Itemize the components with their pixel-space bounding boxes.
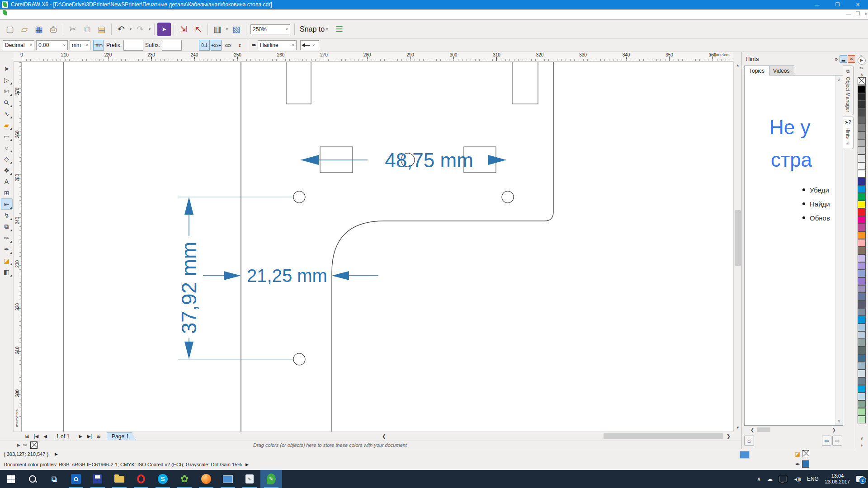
scroll-up-icon[interactable]: ▲ (734, 62, 742, 69)
color-swatch[interactable] (858, 277, 866, 285)
welcome-screen-button[interactable]: ▧ (230, 23, 243, 36)
new-document-button[interactable]: ▢ (3, 23, 17, 36)
volume-icon[interactable]: ◄))) (793, 477, 801, 482)
color-swatch[interactable] (858, 354, 866, 362)
coreldraw[interactable]: ✎ (260, 470, 282, 488)
doc-restore-button[interactable]: ❐ (856, 11, 860, 17)
outline-width-combo[interactable]: Hairline˅ (258, 40, 297, 50)
clock[interactable]: 13:04 23.06.2017 (825, 473, 850, 485)
show-units-toggle[interactable]: ”mm (93, 40, 104, 51)
prefix-input[interactable] (123, 40, 143, 51)
horizontal-scroll-thumb[interactable] (604, 433, 723, 439)
color-swatch[interactable] (858, 308, 866, 316)
shape-tool[interactable]: ▷ (1, 74, 13, 85)
color-swatch[interactable] (858, 93, 866, 101)
skype[interactable]: S (152, 470, 174, 488)
icq[interactable]: ✿ (174, 470, 195, 488)
color-swatch[interactable] (858, 170, 866, 178)
add-page-button[interactable]: ⊞ (23, 433, 32, 439)
onedrive-cloud-icon[interactable]: ☁ (767, 476, 773, 482)
back-icon[interactable]: ⇦ (822, 436, 832, 446)
color-swatch[interactable] (858, 339, 866, 347)
dimension-precision-combo[interactable]: 0.00˅ (36, 40, 68, 50)
palette-eyedropper-icon[interactable]: ✑ (858, 65, 866, 71)
undo-button[interactable]: ↶ (114, 23, 128, 36)
paste-button[interactable]: ▤ (95, 23, 108, 36)
eyedropper-icon[interactable]: ✑ (23, 442, 28, 448)
scroll-right-icon[interactable]: ❯ (832, 427, 836, 432)
interactive-fill-tool[interactable]: ◧ (1, 266, 13, 277)
color-swatch[interactable] (858, 316, 866, 324)
horizontal-ruler[interactable]: 0210220230240250260270280290300310320330… (14, 52, 733, 61)
color-swatch[interactable] (858, 108, 866, 116)
aimp[interactable] (195, 470, 217, 488)
color-swatch[interactable] (858, 239, 866, 247)
open-button[interactable]: ▱ (18, 23, 31, 36)
palette-scroll-down-icon[interactable]: ∨ (858, 436, 866, 441)
color-swatch[interactable] (858, 385, 866, 393)
docker-close-icon[interactable]: ✕ (848, 55, 855, 63)
color-proof-icon[interactable] (740, 451, 750, 459)
language-indicator[interactable]: ENG (807, 476, 819, 482)
color-swatch[interactable] (858, 193, 866, 201)
color-swatch[interactable] (858, 224, 866, 231)
docker-tab-hints[interactable]: ➤? Hints ✕ (843, 117, 854, 149)
dimension-style-combo[interactable]: Decimal˅ (3, 40, 34, 50)
color-swatch[interactable] (858, 139, 866, 147)
export-button[interactable]: ⇱ (191, 23, 205, 36)
zoom-tool[interactable]: ⚲ (1, 97, 13, 108)
scroll-right-icon[interactable]: ❯ (726, 433, 731, 439)
color-swatch[interactable] (858, 116, 866, 124)
color-swatch[interactable] (858, 231, 866, 239)
dimension-37-92[interactable]: 37,92 mm (177, 197, 201, 359)
cut-button[interactable]: ✂ (66, 23, 80, 36)
color-swatch[interactable] (858, 300, 866, 308)
scroll-left-icon[interactable]: ❮ (750, 427, 754, 432)
color-swatch[interactable] (858, 370, 866, 377)
color-swatch[interactable] (858, 216, 866, 224)
action-center-icon[interactable]: ☰ 2 (856, 476, 863, 482)
color-swatch[interactable] (858, 201, 866, 208)
color-swatch[interactable] (858, 393, 866, 400)
status-expander-icon[interactable]: ▶ (55, 452, 58, 456)
task-view-button[interactable]: ⧉ (43, 470, 65, 488)
import-button[interactable]: ⇲ (177, 23, 190, 36)
undo-dropdown[interactable]: ▾ (128, 27, 133, 31)
fill-tool[interactable]: ◪ (1, 255, 13, 266)
redo-button[interactable]: ↷ (133, 23, 147, 36)
first-page-button[interactable]: |◀ (32, 434, 41, 439)
rectangle-tool[interactable]: ▭ (1, 131, 13, 142)
minimize-button[interactable]: — (807, 0, 827, 9)
dimension-48-75[interactable]: 48,75 mm (301, 149, 506, 171)
next-page-button[interactable]: ▶ (76, 434, 85, 439)
zoom-level-combo[interactable]: 250% ˅ (250, 24, 290, 34)
scroll-down-icon[interactable]: ▼ (734, 424, 742, 432)
search-content-button[interactable]: ➤ (157, 23, 171, 36)
color-swatch[interactable] (858, 101, 866, 108)
color-swatch[interactable] (858, 324, 866, 331)
color-swatch[interactable] (858, 247, 866, 254)
profiles-expander-icon[interactable]: ▶ (245, 462, 249, 467)
color-swatch[interactable] (858, 185, 866, 193)
commander[interactable] (87, 470, 108, 488)
pick-tool[interactable]: ➤ (1, 63, 13, 74)
color-swatch[interactable] (858, 155, 866, 162)
docker-rollup-button[interactable]: ▂ (840, 55, 847, 63)
search-button[interactable] (22, 470, 43, 488)
palette-flyout-icon[interactable]: ▶ (17, 443, 20, 447)
color-swatch[interactable] (858, 408, 866, 416)
palette-scroll-up-icon[interactable]: ∧ (858, 72, 866, 77)
color-swatch[interactable] (858, 147, 866, 155)
palette-flyout-icon[interactable]: ▶ (858, 56, 866, 65)
color-swatch[interactable] (858, 270, 866, 277)
docker-chevron-icon[interactable]: » (832, 55, 840, 63)
application-launcher-dropdown[interactable]: ▾ (225, 27, 229, 31)
restore-button[interactable]: ❐ (827, 0, 848, 9)
palette-expand-icon[interactable]: ⊦ (858, 443, 866, 448)
close-icon[interactable]: ✕ (846, 141, 850, 146)
tab-topics[interactable]: Topics (744, 66, 769, 75)
close-button[interactable]: ✕ (848, 0, 868, 9)
freehand-tool[interactable]: ∿ (1, 108, 13, 119)
page-tab[interactable]: Page 1 (107, 432, 136, 440)
color-eyedropper-tool[interactable]: ✑ (1, 232, 13, 244)
